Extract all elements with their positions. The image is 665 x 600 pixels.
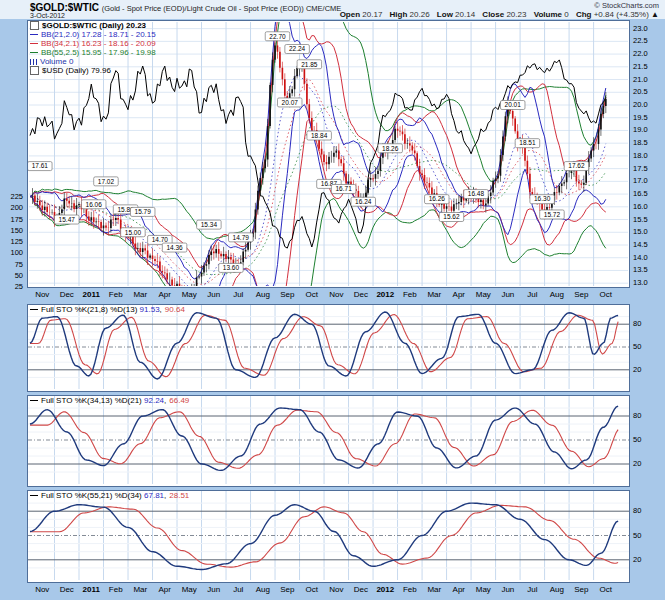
- volume-axis-label: 25: [3, 283, 23, 291]
- volume-axis-label: 100: [3, 249, 23, 257]
- svg-text:20.01: 20.01: [505, 101, 522, 108]
- candlestick-chart-icon: [30, 21, 39, 30]
- price-axis-label: 16.0: [633, 203, 648, 211]
- svg-text:22.70: 22.70: [269, 33, 286, 40]
- stoch1-label: Full STO %K(21,8) %D(13): [41, 305, 137, 314]
- stoch-panel-1: [27, 304, 630, 392]
- volume-axis-label: 50: [3, 272, 23, 280]
- stoch-axis-label: 50: [633, 532, 641, 540]
- svg-text:16.26: 16.26: [429, 195, 446, 202]
- svg-text:17.62: 17.62: [568, 162, 585, 169]
- chart-title: $GOLD:$WTIC (Gold - Spot Price (EOD)/Lig…: [30, 2, 341, 13]
- price-axis-label: 15.5: [633, 216, 648, 224]
- svg-text:15.79: 15.79: [135, 208, 152, 215]
- svg-text:16.71: 16.71: [336, 185, 353, 192]
- price-annotation: 18.84: [307, 131, 332, 140]
- price-annotation: 15.79: [130, 207, 155, 216]
- price-annotation: 15.47: [55, 215, 79, 224]
- chg-up-arrow-icon: ▲: [651, 10, 659, 19]
- month-axis-label: Oct: [589, 586, 623, 594]
- stoch2-label: Full STO %K(34,13) %D(21): [41, 396, 142, 405]
- legend-usd: $USD (Daily) 79.96: [42, 66, 111, 75]
- month-axis-label: Oct: [589, 291, 623, 299]
- price-axis-label: 22.5: [633, 37, 648, 45]
- volume-axis-label: 200: [3, 204, 23, 212]
- price-annotation: 16.24: [351, 197, 376, 206]
- stoch3-k-value: 67.81: [144, 491, 166, 500]
- svg-text:22.24: 22.24: [289, 45, 306, 52]
- legend-volume: Volume 0: [40, 57, 73, 66]
- stoch2-legend: Full STO %K(34,13) %D(21) 92.2466.49: [30, 396, 189, 405]
- stoch-axis-label: 50: [633, 436, 641, 444]
- price-annotation: 22.24: [285, 45, 310, 54]
- bb34-line-icon: [30, 43, 38, 44]
- stoch-axis-label: 50: [633, 343, 641, 351]
- price-axis-label: 19.5: [633, 114, 648, 122]
- volume-axis-label: 150: [3, 227, 23, 235]
- svg-text:15.62: 15.62: [443, 213, 460, 220]
- stoch-axis-label: 80: [633, 412, 641, 420]
- stoch2-k-value: 92.24: [144, 396, 166, 405]
- svg-text:17.02: 17.02: [98, 178, 115, 185]
- stoch2-canvas: [28, 396, 629, 484]
- bb55-line-icon: [30, 52, 38, 53]
- price-axis-label: 19.0: [633, 126, 648, 134]
- stoch-panel-3: [27, 490, 630, 583]
- stoch1-legend: Full STO %K(21,8) %D(13) 91.5390.64: [30, 305, 185, 314]
- high-label: High: [390, 10, 408, 19]
- chart-description: (Gold - Spot Price (EOD)/Light Crude Oil…: [102, 4, 342, 13]
- svg-text:15.72: 15.72: [544, 211, 561, 218]
- volume-bars-icon: [30, 59, 37, 65]
- stoch1-d-value: 90.64: [165, 305, 185, 314]
- stoch-axis-label: 20: [633, 366, 641, 374]
- price-axis-label: 20.0: [633, 101, 648, 109]
- price-annotation: 16.48: [464, 190, 489, 199]
- stoch2-line-icon: [30, 400, 38, 401]
- price-axis-label: 21.0: [633, 76, 648, 84]
- price-axis-label: 22.0: [633, 50, 648, 58]
- open-label: Open: [340, 10, 360, 19]
- svg-text:21.85: 21.85: [301, 61, 318, 68]
- svg-text:14.36: 14.36: [166, 244, 183, 251]
- price-annotation: 17.61: [28, 162, 52, 171]
- price-annotation: 15.62: [439, 213, 464, 222]
- high-value: 20.26: [410, 10, 430, 19]
- volume-axis-label: 225: [3, 193, 23, 201]
- price-axis-label: 18.0: [633, 152, 648, 160]
- stoch2-d-value: 66.49: [169, 396, 189, 405]
- svg-text:20.07: 20.07: [282, 99, 299, 106]
- chart-header: $GOLD:$WTIC (Gold - Spot Price (EOD)/Lig…: [0, 0, 665, 19]
- chg-value: +0.84 (+4.35%): [594, 10, 649, 19]
- volume-axis-label: 75: [3, 261, 23, 269]
- volume-axis-label: 175: [3, 216, 23, 224]
- svg-text:16.48: 16.48: [468, 190, 485, 197]
- price-axis-label: 21.5: [633, 63, 648, 71]
- stoch-axis-label: 20: [633, 460, 641, 468]
- price-annotation: 16.71: [331, 185, 356, 194]
- price-annotation: 15.00: [121, 228, 146, 237]
- price-annotation: 17.02: [94, 177, 119, 186]
- stoch-axis-label: 80: [633, 507, 641, 515]
- price-annotation: 14.36: [162, 243, 187, 252]
- price-annotation: 16.06: [81, 200, 106, 209]
- price-annotation: 18.51: [515, 139, 540, 148]
- svg-text:14.70: 14.70: [152, 236, 169, 243]
- volume-value: 0: [564, 10, 568, 19]
- price-axis-label: 14.0: [633, 254, 648, 262]
- stoch3-d-value: 28.51: [169, 491, 189, 500]
- svg-text:18.84: 18.84: [311, 132, 328, 139]
- bb21-line-icon: [30, 34, 38, 35]
- stoch-axis-label: 80: [633, 320, 641, 328]
- price-axis-label: 18.5: [633, 139, 648, 147]
- close-label: Close: [482, 10, 504, 19]
- stoch3-line-icon: [30, 495, 38, 496]
- usd-overlay-icon: [30, 66, 39, 75]
- open-value: 20.17: [362, 10, 382, 19]
- price-axis-label: 20.5: [633, 88, 648, 96]
- stoch3-legend: Full STO %K(55,21) %D(34) 67.8128.51: [30, 491, 189, 500]
- stoch-axis-label: 20: [633, 556, 641, 564]
- svg-text:18.26: 18.26: [382, 145, 399, 152]
- volume-label: Volume: [534, 10, 562, 19]
- price-annotation: 22.70: [265, 32, 290, 41]
- stoch-panel-2: [27, 395, 630, 487]
